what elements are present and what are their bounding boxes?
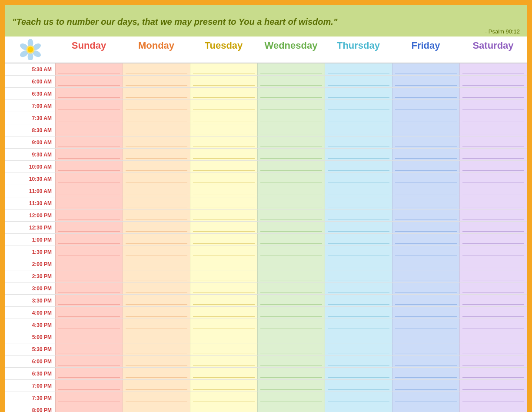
time-cell-saturday[interactable]	[459, 234, 527, 246]
time-cell-friday[interactable]	[392, 173, 459, 185]
time-cell-thursday[interactable]	[325, 100, 392, 112]
time-cell-tuesday[interactable]	[190, 368, 257, 379]
time-cell-monday[interactable]	[123, 246, 190, 258]
time-cell-sunday[interactable]	[55, 173, 123, 185]
time-cell-sunday[interactable]	[55, 222, 123, 233]
time-cell-friday[interactable]	[392, 258, 459, 270]
time-cell-thursday[interactable]	[325, 246, 392, 258]
time-cell-friday[interactable]	[392, 319, 459, 331]
time-cell-tuesday[interactable]	[190, 197, 257, 209]
time-cell-friday[interactable]	[392, 100, 459, 112]
time-cell-friday[interactable]	[392, 76, 459, 87]
time-cell-saturday[interactable]	[459, 124, 527, 136]
time-cell-friday[interactable]	[392, 222, 459, 233]
time-cell-monday[interactable]	[123, 295, 190, 306]
time-cell-tuesday[interactable]	[190, 295, 257, 306]
time-cell-sunday[interactable]	[55, 100, 123, 112]
time-cell-saturday[interactable]	[459, 258, 527, 270]
time-cell-sunday[interactable]	[55, 343, 123, 355]
time-cell-monday[interactable]	[123, 173, 190, 185]
time-cell-wednesday[interactable]	[257, 112, 325, 124]
time-cell-monday[interactable]	[123, 100, 190, 112]
time-cell-tuesday[interactable]	[190, 112, 257, 124]
time-cell-friday[interactable]	[392, 124, 459, 136]
time-cell-wednesday[interactable]	[257, 209, 325, 221]
time-cell-monday[interactable]	[123, 270, 190, 282]
time-cell-tuesday[interactable]	[190, 88, 257, 100]
time-cell-wednesday[interactable]	[257, 124, 325, 136]
time-cell-friday[interactable]	[392, 149, 459, 160]
time-cell-thursday[interactable]	[325, 270, 392, 282]
time-cell-tuesday[interactable]	[190, 307, 257, 319]
time-cell-wednesday[interactable]	[257, 307, 325, 319]
time-cell-thursday[interactable]	[325, 63, 392, 75]
time-cell-monday[interactable]	[123, 88, 190, 100]
time-cell-monday[interactable]	[123, 307, 190, 319]
time-cell-thursday[interactable]	[325, 88, 392, 100]
time-cell-saturday[interactable]	[459, 222, 527, 233]
time-cell-sunday[interactable]	[55, 76, 123, 87]
time-cell-sunday[interactable]	[55, 380, 123, 392]
time-cell-thursday[interactable]	[325, 343, 392, 355]
time-cell-friday[interactable]	[392, 368, 459, 379]
time-cell-sunday[interactable]	[55, 404, 123, 412]
time-cell-tuesday[interactable]	[190, 209, 257, 221]
time-cell-sunday[interactable]	[55, 282, 123, 294]
time-cell-sunday[interactable]	[55, 234, 123, 246]
time-cell-thursday[interactable]	[325, 368, 392, 379]
time-cell-thursday[interactable]	[325, 197, 392, 209]
time-cell-wednesday[interactable]	[257, 197, 325, 209]
time-cell-thursday[interactable]	[325, 136, 392, 148]
time-cell-tuesday[interactable]	[190, 319, 257, 331]
time-cell-sunday[interactable]	[55, 136, 123, 148]
time-cell-tuesday[interactable]	[190, 404, 257, 412]
time-cell-saturday[interactable]	[459, 88, 527, 100]
time-cell-sunday[interactable]	[55, 356, 123, 367]
time-cell-thursday[interactable]	[325, 392, 392, 404]
time-cell-friday[interactable]	[392, 392, 459, 404]
time-cell-friday[interactable]	[392, 234, 459, 246]
time-cell-wednesday[interactable]	[257, 136, 325, 148]
time-cell-saturday[interactable]	[459, 63, 527, 75]
time-cell-saturday[interactable]	[459, 356, 527, 367]
time-cell-monday[interactable]	[123, 368, 190, 379]
time-cell-saturday[interactable]	[459, 173, 527, 185]
time-cell-saturday[interactable]	[459, 270, 527, 282]
time-cell-friday[interactable]	[392, 307, 459, 319]
time-cell-tuesday[interactable]	[190, 246, 257, 258]
time-cell-wednesday[interactable]	[257, 63, 325, 75]
time-cell-wednesday[interactable]	[257, 100, 325, 112]
time-cell-sunday[interactable]	[55, 197, 123, 209]
time-cell-wednesday[interactable]	[257, 246, 325, 258]
time-cell-wednesday[interactable]	[257, 343, 325, 355]
time-cell-monday[interactable]	[123, 380, 190, 392]
time-cell-saturday[interactable]	[459, 209, 527, 221]
time-cell-saturday[interactable]	[459, 197, 527, 209]
time-cell-wednesday[interactable]	[257, 185, 325, 197]
time-cell-thursday[interactable]	[325, 112, 392, 124]
time-cell-thursday[interactable]	[325, 295, 392, 306]
time-cell-tuesday[interactable]	[190, 380, 257, 392]
time-cell-monday[interactable]	[123, 209, 190, 221]
time-cell-sunday[interactable]	[55, 368, 123, 379]
time-cell-tuesday[interactable]	[190, 356, 257, 367]
time-cell-thursday[interactable]	[325, 149, 392, 160]
time-cell-thursday[interactable]	[325, 307, 392, 319]
time-cell-saturday[interactable]	[459, 136, 527, 148]
time-cell-saturday[interactable]	[459, 282, 527, 294]
time-cell-monday[interactable]	[123, 63, 190, 75]
time-cell-monday[interactable]	[123, 149, 190, 160]
time-cell-tuesday[interactable]	[190, 270, 257, 282]
time-cell-wednesday[interactable]	[257, 173, 325, 185]
time-cell-thursday[interactable]	[325, 222, 392, 233]
time-cell-tuesday[interactable]	[190, 136, 257, 148]
time-cell-saturday[interactable]	[459, 331, 527, 343]
time-cell-saturday[interactable]	[459, 100, 527, 112]
time-cell-monday[interactable]	[123, 76, 190, 87]
time-cell-monday[interactable]	[123, 319, 190, 331]
time-cell-thursday[interactable]	[325, 173, 392, 185]
time-cell-saturday[interactable]	[459, 343, 527, 355]
time-cell-tuesday[interactable]	[190, 149, 257, 160]
time-cell-wednesday[interactable]	[257, 331, 325, 343]
time-cell-friday[interactable]	[392, 161, 459, 173]
